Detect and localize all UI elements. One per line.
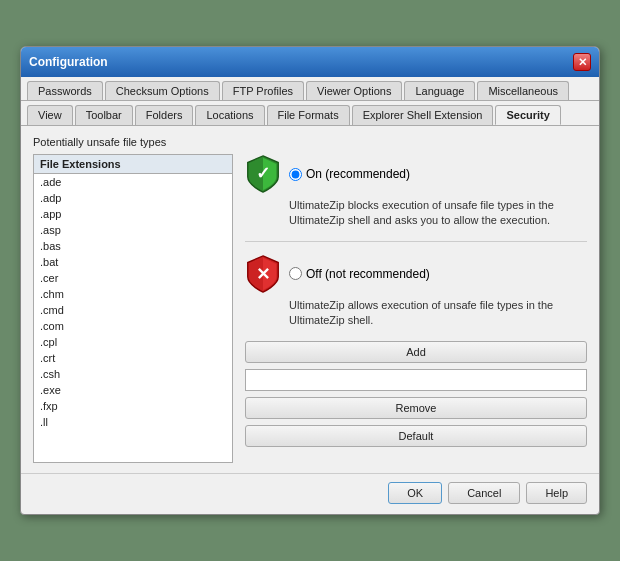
- main-area: File Extensions .ade .adp .app .asp .bas…: [33, 154, 587, 463]
- tab-explorer[interactable]: Explorer Shell Extension: [352, 105, 494, 125]
- tab-fileformats[interactable]: File Formats: [267, 105, 350, 125]
- svg-text:✕: ✕: [256, 263, 270, 283]
- list-item[interactable]: .bas: [34, 238, 232, 254]
- tab-misc[interactable]: Miscellaneous: [477, 81, 569, 100]
- svg-text:✓: ✓: [256, 163, 270, 183]
- option-off-label[interactable]: Off (not recommended): [289, 267, 430, 281]
- option-on-label[interactable]: On (recommended): [289, 167, 410, 181]
- add-button[interactable]: Add: [245, 341, 587, 363]
- list-item[interactable]: .cpl: [34, 334, 232, 350]
- config-window: Configuration ✕ Passwords Checksum Optio…: [20, 46, 600, 515]
- ok-button[interactable]: OK: [388, 482, 442, 504]
- right-panel: ✓ On (recommended) UltimateZip blocks ex…: [245, 154, 587, 463]
- tab-passwords[interactable]: Passwords: [27, 81, 103, 100]
- title-bar: Configuration ✕: [21, 47, 599, 77]
- list-item[interactable]: .bat: [34, 254, 232, 270]
- list-item[interactable]: .csh: [34, 366, 232, 382]
- option-off-desc: UltimateZip allows execution of unsafe f…: [289, 298, 587, 329]
- list-item[interactable]: .asp: [34, 222, 232, 238]
- option-off-block: ✕ Off (not recommended) UltimateZip allo…: [245, 254, 587, 329]
- option-off-radio[interactable]: [289, 267, 302, 280]
- list-item[interactable]: .cer: [34, 270, 232, 286]
- window-title: Configuration: [29, 55, 108, 69]
- list-item[interactable]: .ade: [34, 174, 232, 190]
- tab-toolbar[interactable]: Toolbar: [75, 105, 133, 125]
- help-button[interactable]: Help: [526, 482, 587, 504]
- tab-row-1: Passwords Checksum Options FTP Profiles …: [21, 77, 599, 101]
- add-input[interactable]: [245, 369, 587, 391]
- section-label: Potentially unsafe file types: [33, 136, 587, 148]
- remove-button[interactable]: Remove: [245, 397, 587, 419]
- list-item[interactable]: .cmd: [34, 302, 232, 318]
- list-item[interactable]: .exe: [34, 382, 232, 398]
- option-on-row: ✓ On (recommended): [245, 154, 587, 194]
- green-shield-icon: ✓: [245, 154, 281, 194]
- file-extensions-list[interactable]: .ade .adp .app .asp .bas .bat .cer .chm …: [33, 173, 233, 463]
- close-button[interactable]: ✕: [573, 53, 591, 71]
- list-item[interactable]: .crt: [34, 350, 232, 366]
- red-shield-icon: ✕: [245, 254, 281, 294]
- option-on-desc: UltimateZip blocks execution of unsafe f…: [289, 198, 587, 229]
- content-area: Potentially unsafe file types File Exten…: [21, 126, 599, 473]
- default-button[interactable]: Default: [245, 425, 587, 447]
- list-item[interactable]: .adp: [34, 190, 232, 206]
- footer: OK Cancel Help: [21, 473, 599, 514]
- option-on-block: ✓ On (recommended) UltimateZip blocks ex…: [245, 154, 587, 229]
- list-item[interactable]: .fxp: [34, 398, 232, 414]
- divider: [245, 241, 587, 242]
- tab-locations[interactable]: Locations: [195, 105, 264, 125]
- option-on-radio[interactable]: [289, 168, 302, 181]
- tab-checksum[interactable]: Checksum Options: [105, 81, 220, 100]
- tab-viewer[interactable]: Viewer Options: [306, 81, 402, 100]
- list-item[interactable]: .chm: [34, 286, 232, 302]
- cancel-button[interactable]: Cancel: [448, 482, 520, 504]
- tab-security[interactable]: Security: [495, 105, 560, 125]
- right-buttons: Add Remove Default: [245, 341, 587, 447]
- list-item[interactable]: .app: [34, 206, 232, 222]
- tab-language[interactable]: Language: [404, 81, 475, 100]
- tab-ftp[interactable]: FTP Profiles: [222, 81, 304, 100]
- left-panel: File Extensions .ade .adp .app .asp .bas…: [33, 154, 233, 463]
- tab-folders[interactable]: Folders: [135, 105, 194, 125]
- tab-row-2: View Toolbar Folders Locations File Form…: [21, 101, 599, 126]
- tab-view[interactable]: View: [27, 105, 73, 125]
- list-item[interactable]: .ll: [34, 414, 232, 430]
- list-item[interactable]: .com: [34, 318, 232, 334]
- list-header: File Extensions: [33, 154, 233, 173]
- option-off-row: ✕ Off (not recommended): [245, 254, 587, 294]
